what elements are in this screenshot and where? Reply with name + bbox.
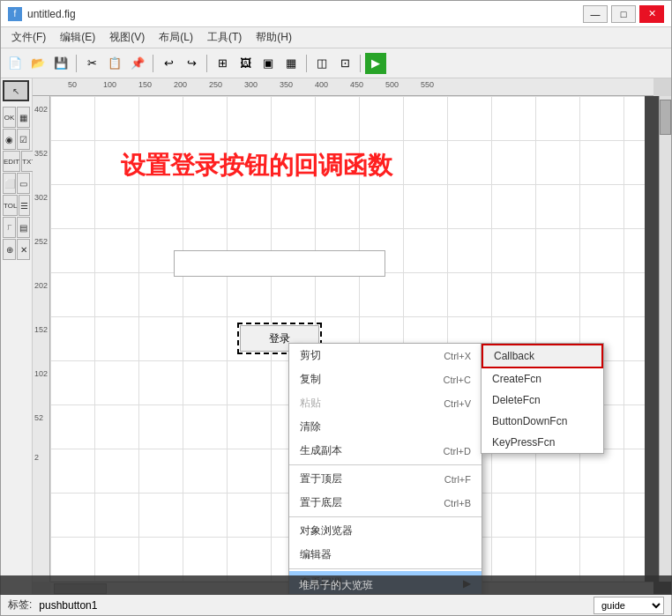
close-button[interactable]: ✕ bbox=[639, 5, 664, 23]
ruler-left: 402 352 302 252 202 152 102 52 2 bbox=[33, 96, 50, 582]
ruler-mark-v-202: 202 bbox=[34, 281, 48, 290]
promo-bar: 堆昂子的大览班 bbox=[0, 575, 672, 595]
submenu-createfcn[interactable]: CreateFcn bbox=[482, 368, 603, 390]
menu-help[interactable]: 帮助(H) bbox=[249, 28, 299, 47]
ctx-sep2 bbox=[289, 516, 482, 517]
window-controls: — □ ✕ bbox=[583, 5, 664, 23]
ctx-editor[interactable]: 编辑器 bbox=[289, 543, 482, 567]
ruler-mark-400: 400 bbox=[315, 80, 328, 89]
radio-tool[interactable]: ◉ bbox=[3, 129, 16, 150]
axes-tool[interactable]: ⟌ bbox=[3, 217, 16, 238]
ruler-mark-550: 550 bbox=[421, 80, 434, 89]
ruler-mark-v-2: 2 bbox=[34, 453, 39, 462]
img3-button[interactable]: ▦ bbox=[280, 53, 302, 74]
tool-panel: ↖ OK ▦ ◉ ☑ EDIT TXT ⬜ ▭ TOL ☰ bbox=[1, 78, 33, 594]
paste-button[interactable]: 📌 bbox=[127, 53, 148, 74]
ctx-duplicate[interactable]: 生成副本 Ctrl+D bbox=[289, 439, 482, 463]
run-button[interactable]: ▶ bbox=[365, 53, 386, 74]
menu-edit[interactable]: 编辑(E) bbox=[53, 28, 102, 47]
new-button[interactable]: 📄 bbox=[4, 53, 26, 74]
ctx-cut-label: 剪切 bbox=[300, 348, 321, 363]
maximize-button[interactable]: □ bbox=[611, 5, 636, 23]
select-tool[interactable]: ↖ bbox=[3, 80, 29, 101]
misc-tool[interactable]: ⊕ bbox=[3, 239, 16, 260]
ruler-mark-v-102: 102 bbox=[34, 369, 48, 378]
toolbar-sep3 bbox=[206, 55, 207, 72]
ctx-send-back-label: 置于底层 bbox=[300, 495, 342, 510]
tool-row-3: EDIT TXT bbox=[3, 151, 30, 172]
ruler-mark-350: 350 bbox=[280, 80, 293, 89]
ctx-bring-front-label: 置于顶层 bbox=[300, 471, 342, 486]
submenu-deletefcn[interactable]: DeleteFcn bbox=[482, 390, 603, 411]
copy-button[interactable]: 📋 bbox=[104, 53, 125, 74]
status-bar: 标签: pushbutton1 guide bbox=[1, 594, 671, 615]
ruler-mark-v-302: 302 bbox=[34, 193, 48, 202]
img1-button[interactable]: 🖼 bbox=[235, 53, 256, 74]
x-tool[interactable]: ✕ bbox=[17, 239, 30, 260]
ctx-cut[interactable]: 剪切 Ctrl+X bbox=[289, 344, 482, 367]
save-button[interactable]: 💾 bbox=[50, 53, 71, 74]
list-tool[interactable]: ☰ bbox=[19, 195, 30, 216]
slider-tool[interactable]: TOL bbox=[3, 195, 18, 216]
ruler-mark-500: 500 bbox=[385, 80, 399, 89]
ruler-mark-v-52: 52 bbox=[34, 413, 43, 422]
check-tool[interactable]: ☑ bbox=[17, 129, 30, 150]
ctx-bring-front[interactable]: 置于顶层 Ctrl+F bbox=[289, 467, 482, 491]
ok-tool[interactable]: OK bbox=[3, 107, 16, 128]
align-button[interactable]: ⊞ bbox=[212, 53, 233, 74]
undo-button[interactable]: ↩ bbox=[158, 53, 179, 74]
ctx-duplicate-shortcut: Ctrl+D bbox=[444, 446, 471, 456]
ctx-clear-label: 清除 bbox=[300, 419, 321, 434]
ctx-sep3 bbox=[289, 568, 482, 569]
panel-tool[interactable]: ▭ bbox=[17, 173, 30, 194]
frame-tool[interactable]: ⬜ bbox=[3, 173, 16, 194]
menu-view[interactable]: 视图(V) bbox=[102, 28, 152, 47]
menu-layout[interactable]: 布局(L) bbox=[152, 28, 200, 47]
cut-button[interactable]: ✂ bbox=[81, 53, 102, 74]
submenu: Callback CreateFcn DeleteFcn ButtonDownF… bbox=[481, 343, 604, 454]
box1-button[interactable]: ◫ bbox=[311, 53, 332, 74]
edit-tool[interactable]: EDIT bbox=[3, 151, 20, 172]
ctx-paste-label: 粘贴 bbox=[300, 396, 321, 411]
open-button[interactable]: 📂 bbox=[27, 53, 49, 74]
table-tool[interactable]: ▤ bbox=[17, 217, 30, 238]
ctx-send-back[interactable]: 置于底层 Ctrl+B bbox=[289, 491, 482, 515]
toolbar-sep4 bbox=[306, 55, 307, 72]
ctx-duplicate-label: 生成副本 bbox=[300, 443, 342, 458]
submenu-buttondownfcn[interactable]: ButtonDownFcn bbox=[482, 411, 603, 432]
ruler-mark-150: 150 bbox=[138, 80, 152, 89]
ctx-copy[interactable]: 复制 Ctrl+C bbox=[289, 367, 482, 391]
ctx-paste[interactable]: 粘贴 Ctrl+V bbox=[289, 391, 482, 415]
menu-tools[interactable]: 工具(T) bbox=[200, 28, 249, 47]
promo-text: 堆昂子的大览班 bbox=[299, 578, 373, 593]
guide-dropdown[interactable]: guide bbox=[594, 597, 664, 614]
menu-bar: 文件(F) 编辑(E) 视图(V) 布局(L) 工具(T) 帮助(H) bbox=[1, 27, 671, 48]
img2-button[interactable]: ▣ bbox=[258, 53, 279, 74]
ctx-clear[interactable]: 清除 bbox=[289, 415, 482, 439]
redo-button[interactable]: ↪ bbox=[181, 53, 202, 74]
tool-row-6: ⟌ ▤ bbox=[3, 217, 30, 238]
tool-row-4: ⬜ ▭ bbox=[3, 173, 30, 194]
box2-button[interactable]: ⊡ bbox=[334, 53, 355, 74]
scrollbar-vertical[interactable] bbox=[659, 96, 671, 582]
tool-row-7: ⊕ ✕ bbox=[3, 239, 30, 260]
title-bar: f untitled.fig — □ ✕ bbox=[1, 1, 671, 27]
submenu-callback[interactable]: Callback bbox=[482, 344, 603, 368]
canvas-input-box[interactable] bbox=[174, 250, 385, 277]
minimize-button[interactable]: — bbox=[583, 5, 608, 23]
menu-file[interactable]: 文件(F) bbox=[4, 28, 53, 47]
ctx-paste-shortcut: Ctrl+V bbox=[444, 398, 471, 409]
ctx-copy-shortcut: Ctrl+C bbox=[444, 375, 471, 385]
ctx-object-browser[interactable]: 对象浏览器 bbox=[289, 519, 482, 543]
scroll-thumb-v[interactable] bbox=[660, 100, 671, 135]
ruler-mark-200: 200 bbox=[174, 80, 187, 89]
grid-tool[interactable]: ▦ bbox=[17, 107, 30, 128]
window-title: untitled.fig bbox=[27, 8, 583, 20]
tool-row-1: OK ▦ bbox=[3, 107, 30, 128]
ruler-mark-50: 50 bbox=[68, 80, 77, 89]
ruler-mark-v-402: 402 bbox=[34, 105, 48, 114]
submenu-keypressfcn[interactable]: KeyPressFcn bbox=[482, 432, 603, 453]
ctx-send-back-shortcut: Ctrl+B bbox=[444, 498, 471, 508]
ruler-mark-250: 250 bbox=[209, 80, 222, 89]
ctx-editor-label: 编辑器 bbox=[300, 547, 332, 562]
